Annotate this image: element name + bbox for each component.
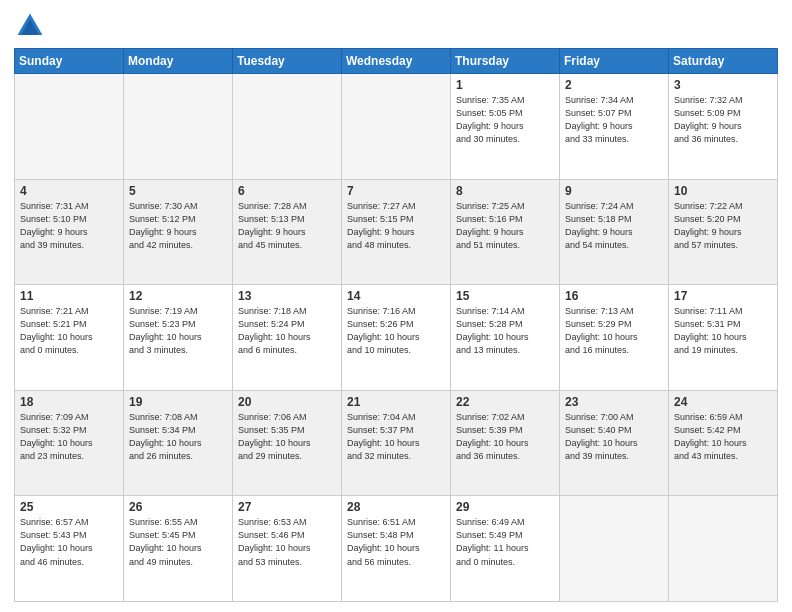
day-header-monday: Monday (124, 49, 233, 74)
page: SundayMondayTuesdayWednesdayThursdayFrid… (0, 0, 792, 612)
day-number: 8 (456, 184, 554, 198)
calendar-cell: 13Sunrise: 7:18 AM Sunset: 5:24 PM Dayli… (233, 285, 342, 391)
day-number: 9 (565, 184, 663, 198)
logo (14, 10, 50, 42)
calendar-cell (342, 74, 451, 180)
day-number: 3 (674, 78, 772, 92)
day-header-saturday: Saturday (669, 49, 778, 74)
calendar-cell: 17Sunrise: 7:11 AM Sunset: 5:31 PM Dayli… (669, 285, 778, 391)
day-number: 14 (347, 289, 445, 303)
day-info: Sunrise: 7:28 AM Sunset: 5:13 PM Dayligh… (238, 200, 336, 252)
calendar-cell: 29Sunrise: 6:49 AM Sunset: 5:49 PM Dayli… (451, 496, 560, 602)
day-info: Sunrise: 7:14 AM Sunset: 5:28 PM Dayligh… (456, 305, 554, 357)
calendar-table: SundayMondayTuesdayWednesdayThursdayFrid… (14, 48, 778, 602)
day-info: Sunrise: 7:00 AM Sunset: 5:40 PM Dayligh… (565, 411, 663, 463)
calendar-cell: 21Sunrise: 7:04 AM Sunset: 5:37 PM Dayli… (342, 390, 451, 496)
day-number: 10 (674, 184, 772, 198)
day-number: 24 (674, 395, 772, 409)
day-number: 26 (129, 500, 227, 514)
day-number: 6 (238, 184, 336, 198)
calendar-cell: 5Sunrise: 7:30 AM Sunset: 5:12 PM Daylig… (124, 179, 233, 285)
day-number: 15 (456, 289, 554, 303)
day-number: 20 (238, 395, 336, 409)
calendar-cell: 14Sunrise: 7:16 AM Sunset: 5:26 PM Dayli… (342, 285, 451, 391)
calendar-cell: 6Sunrise: 7:28 AM Sunset: 5:13 PM Daylig… (233, 179, 342, 285)
day-info: Sunrise: 7:24 AM Sunset: 5:18 PM Dayligh… (565, 200, 663, 252)
day-info: Sunrise: 6:57 AM Sunset: 5:43 PM Dayligh… (20, 516, 118, 568)
calendar-cell: 1Sunrise: 7:35 AM Sunset: 5:05 PM Daylig… (451, 74, 560, 180)
day-info: Sunrise: 6:53 AM Sunset: 5:46 PM Dayligh… (238, 516, 336, 568)
calendar-cell: 24Sunrise: 6:59 AM Sunset: 5:42 PM Dayli… (669, 390, 778, 496)
calendar-cell: 4Sunrise: 7:31 AM Sunset: 5:10 PM Daylig… (15, 179, 124, 285)
calendar-cell: 12Sunrise: 7:19 AM Sunset: 5:23 PM Dayli… (124, 285, 233, 391)
day-info: Sunrise: 7:09 AM Sunset: 5:32 PM Dayligh… (20, 411, 118, 463)
day-number: 13 (238, 289, 336, 303)
calendar-cell: 15Sunrise: 7:14 AM Sunset: 5:28 PM Dayli… (451, 285, 560, 391)
calendar-cell: 11Sunrise: 7:21 AM Sunset: 5:21 PM Dayli… (15, 285, 124, 391)
day-info: Sunrise: 6:49 AM Sunset: 5:49 PM Dayligh… (456, 516, 554, 568)
day-info: Sunrise: 7:31 AM Sunset: 5:10 PM Dayligh… (20, 200, 118, 252)
day-info: Sunrise: 7:16 AM Sunset: 5:26 PM Dayligh… (347, 305, 445, 357)
day-number: 2 (565, 78, 663, 92)
calendar-cell: 3Sunrise: 7:32 AM Sunset: 5:09 PM Daylig… (669, 74, 778, 180)
calendar-header-row: SundayMondayTuesdayWednesdayThursdayFrid… (15, 49, 778, 74)
day-number: 18 (20, 395, 118, 409)
calendar-cell: 2Sunrise: 7:34 AM Sunset: 5:07 PM Daylig… (560, 74, 669, 180)
calendar-cell (560, 496, 669, 602)
day-info: Sunrise: 6:51 AM Sunset: 5:48 PM Dayligh… (347, 516, 445, 568)
day-info: Sunrise: 7:25 AM Sunset: 5:16 PM Dayligh… (456, 200, 554, 252)
header (14, 10, 778, 42)
day-info: Sunrise: 7:13 AM Sunset: 5:29 PM Dayligh… (565, 305, 663, 357)
day-info: Sunrise: 6:59 AM Sunset: 5:42 PM Dayligh… (674, 411, 772, 463)
calendar-cell: 22Sunrise: 7:02 AM Sunset: 5:39 PM Dayli… (451, 390, 560, 496)
day-header-thursday: Thursday (451, 49, 560, 74)
day-header-wednesday: Wednesday (342, 49, 451, 74)
day-number: 4 (20, 184, 118, 198)
day-number: 27 (238, 500, 336, 514)
day-info: Sunrise: 7:27 AM Sunset: 5:15 PM Dayligh… (347, 200, 445, 252)
calendar-cell: 27Sunrise: 6:53 AM Sunset: 5:46 PM Dayli… (233, 496, 342, 602)
day-number: 22 (456, 395, 554, 409)
day-info: Sunrise: 6:55 AM Sunset: 5:45 PM Dayligh… (129, 516, 227, 568)
day-number: 5 (129, 184, 227, 198)
calendar-cell (669, 496, 778, 602)
calendar-cell: 10Sunrise: 7:22 AM Sunset: 5:20 PM Dayli… (669, 179, 778, 285)
day-header-sunday: Sunday (15, 49, 124, 74)
day-number: 28 (347, 500, 445, 514)
day-info: Sunrise: 7:18 AM Sunset: 5:24 PM Dayligh… (238, 305, 336, 357)
day-info: Sunrise: 7:19 AM Sunset: 5:23 PM Dayligh… (129, 305, 227, 357)
calendar-cell: 26Sunrise: 6:55 AM Sunset: 5:45 PM Dayli… (124, 496, 233, 602)
day-info: Sunrise: 7:02 AM Sunset: 5:39 PM Dayligh… (456, 411, 554, 463)
day-info: Sunrise: 7:35 AM Sunset: 5:05 PM Dayligh… (456, 94, 554, 146)
day-number: 17 (674, 289, 772, 303)
day-number: 7 (347, 184, 445, 198)
day-info: Sunrise: 7:34 AM Sunset: 5:07 PM Dayligh… (565, 94, 663, 146)
day-info: Sunrise: 7:06 AM Sunset: 5:35 PM Dayligh… (238, 411, 336, 463)
calendar-week-row: 4Sunrise: 7:31 AM Sunset: 5:10 PM Daylig… (15, 179, 778, 285)
calendar-cell: 19Sunrise: 7:08 AM Sunset: 5:34 PM Dayli… (124, 390, 233, 496)
calendar-cell: 23Sunrise: 7:00 AM Sunset: 5:40 PM Dayli… (560, 390, 669, 496)
day-number: 21 (347, 395, 445, 409)
day-info: Sunrise: 7:30 AM Sunset: 5:12 PM Dayligh… (129, 200, 227, 252)
day-info: Sunrise: 7:22 AM Sunset: 5:20 PM Dayligh… (674, 200, 772, 252)
day-info: Sunrise: 7:21 AM Sunset: 5:21 PM Dayligh… (20, 305, 118, 357)
day-number: 23 (565, 395, 663, 409)
calendar-week-row: 18Sunrise: 7:09 AM Sunset: 5:32 PM Dayli… (15, 390, 778, 496)
day-number: 1 (456, 78, 554, 92)
day-info: Sunrise: 7:08 AM Sunset: 5:34 PM Dayligh… (129, 411, 227, 463)
day-info: Sunrise: 7:11 AM Sunset: 5:31 PM Dayligh… (674, 305, 772, 357)
calendar-cell (15, 74, 124, 180)
day-info: Sunrise: 7:32 AM Sunset: 5:09 PM Dayligh… (674, 94, 772, 146)
day-number: 16 (565, 289, 663, 303)
day-number: 19 (129, 395, 227, 409)
calendar-week-row: 25Sunrise: 6:57 AM Sunset: 5:43 PM Dayli… (15, 496, 778, 602)
day-number: 12 (129, 289, 227, 303)
calendar-cell: 8Sunrise: 7:25 AM Sunset: 5:16 PM Daylig… (451, 179, 560, 285)
calendar-cell (233, 74, 342, 180)
day-number: 11 (20, 289, 118, 303)
calendar-week-row: 11Sunrise: 7:21 AM Sunset: 5:21 PM Dayli… (15, 285, 778, 391)
calendar-cell: 20Sunrise: 7:06 AM Sunset: 5:35 PM Dayli… (233, 390, 342, 496)
day-header-tuesday: Tuesday (233, 49, 342, 74)
calendar-week-row: 1Sunrise: 7:35 AM Sunset: 5:05 PM Daylig… (15, 74, 778, 180)
calendar-cell: 18Sunrise: 7:09 AM Sunset: 5:32 PM Dayli… (15, 390, 124, 496)
